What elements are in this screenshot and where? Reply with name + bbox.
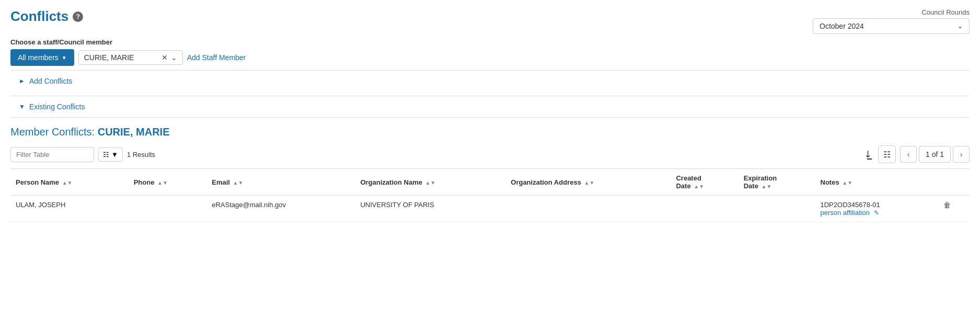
columns-button[interactable]: ☷ ▼	[98, 148, 123, 162]
header-left: Conflicts ?	[10, 8, 83, 25]
title-row: Conflicts ?	[10, 8, 83, 25]
sort-icon[interactable]: ▲▼	[584, 180, 595, 186]
conflicts-title-prefix: Member Conflicts:	[10, 126, 98, 138]
chevron-right-icon: ►	[19, 77, 25, 85]
add-conflicts-header[interactable]: ► Add Conflicts	[10, 71, 970, 92]
data-table: Person Name ▲▼ Phone ▲▼ Email ▲▼ Organiz…	[10, 168, 970, 222]
page-header: Conflicts ? Council Rounds October 2024 …	[10, 8, 970, 34]
filter-table-input[interactable]	[10, 147, 94, 162]
add-conflicts-label: Add Conflicts	[29, 77, 72, 85]
member-dropdown-icon[interactable]: ⌄	[171, 53, 177, 62]
add-staff-member-link[interactable]: Add Staff Member	[187, 53, 246, 62]
next-page-button[interactable]: ›	[953, 146, 970, 163]
cell-email: eRAStage@mail.nih.gov	[206, 196, 355, 222]
col-org-address: Organization Address ▲▼	[505, 169, 671, 196]
chevron-down-icon: ▼	[19, 103, 25, 110]
delete-icon[interactable]: 🗑	[943, 201, 951, 209]
table-row: ULAM, JOSEPH eRAStage@mail.nih.gov UNIVE…	[10, 196, 970, 222]
columns-grid-icon: ☷	[103, 151, 109, 158]
table-toolbar: ☷ ▼ 1 Results ↓̲ ☷ ‹ 1 of 1 ›	[10, 145, 970, 163]
col-email: Email ▲▼	[206, 169, 355, 196]
col-actions	[938, 169, 970, 196]
council-rounds-label: Council Rounds	[921, 8, 970, 16]
sort-icon[interactable]: ▲▼	[233, 180, 244, 186]
all-members-label: All members	[18, 53, 59, 62]
col-notes: Notes ▲▼	[815, 169, 939, 196]
council-rounds-value: October 2024	[820, 22, 864, 30]
cell-expiration-date	[739, 196, 815, 222]
sort-icon[interactable]: ▲▼	[157, 180, 168, 186]
table-header-row: Person Name ▲▼ Phone ▲▼ Email ▲▼ Organiz…	[10, 169, 970, 196]
council-rounds-dropdown[interactable]: October 2024 ⌄	[813, 18, 970, 34]
conflicts-section: Member Conflicts: CURIE, MARIE ☷ ▼ 1 Res…	[10, 118, 970, 231]
chevron-down-icon: ⌄	[958, 22, 963, 30]
page-container: Conflicts ? Council Rounds October 2024 …	[0, 0, 980, 239]
member-input-controls: ✕ ⌄	[162, 53, 177, 62]
conflicts-member-name: CURIE, MARIE	[98, 126, 170, 138]
person-affiliation-link[interactable]: person affiliation ✎	[821, 209, 933, 217]
cell-person-name: ULAM, JOSEPH	[10, 196, 129, 222]
member-chooser: Choose a staff/Council member All member…	[10, 38, 970, 66]
columns-dropdown-arrow: ▼	[111, 151, 118, 158]
cell-phone	[129, 196, 207, 222]
prev-page-button[interactable]: ‹	[900, 146, 917, 163]
existing-conflicts-header[interactable]: ▼ Existing Conflicts	[10, 96, 970, 117]
cell-org-name: UNIVERSITY OF PARIS	[355, 196, 505, 222]
col-person-name: Person Name ▲▼	[10, 169, 129, 196]
member-input-wrapper: CURIE, MARIE ✕ ⌄	[78, 50, 183, 65]
page-title: Conflicts	[10, 8, 68, 25]
cell-delete: 🗑	[938, 196, 970, 222]
dropdown-arrow-icon: ▼	[62, 55, 67, 61]
cell-created-date	[671, 196, 738, 222]
help-icon[interactable]: ?	[73, 12, 83, 22]
cell-notes: 1DP2OD345678-01 person affiliation ✎	[815, 196, 939, 222]
toolbar-right: ↓̲ ☷ ‹ 1 of 1 ›	[862, 145, 970, 163]
download-button[interactable]: ↓̲	[862, 146, 874, 162]
sort-icon[interactable]: ▲▼	[694, 184, 704, 189]
existing-conflicts-label: Existing Conflicts	[29, 103, 85, 111]
member-chooser-row: All members ▼ CURIE, MARIE ✕ ⌄ Add Staff…	[10, 49, 970, 66]
col-phone: Phone ▲▼	[129, 169, 207, 196]
member-chooser-label: Choose a staff/Council member	[10, 38, 970, 46]
all-members-button[interactable]: All members ▼	[10, 49, 74, 66]
council-rounds-section: Council Rounds October 2024 ⌄	[802, 8, 970, 34]
sort-icon[interactable]: ▲▼	[62, 180, 73, 186]
toolbar-left: ☷ ▼ 1 Results	[10, 147, 155, 162]
cell-org-address	[505, 196, 671, 222]
sort-icon[interactable]: ▲▼	[762, 184, 772, 189]
page-info: 1 of 1	[919, 146, 951, 163]
sort-icon[interactable]: ▲▼	[842, 180, 852, 186]
results-count: 1 Results	[127, 151, 155, 158]
clear-member-icon[interactable]: ✕	[162, 53, 168, 62]
conflicts-title: Member Conflicts: CURIE, MARIE	[10, 126, 970, 138]
note-id: 1DP2OD345678-01	[821, 201, 933, 209]
selected-member-value: CURIE, MARIE	[84, 53, 162, 62]
edit-icon[interactable]: ✎	[874, 209, 879, 217]
col-org-name: Organization Name ▲▼	[355, 169, 505, 196]
sort-icon[interactable]: ▲▼	[425, 180, 436, 186]
grid-view-button[interactable]: ☷	[878, 145, 896, 163]
existing-conflicts-section: ▼ Existing Conflicts	[10, 96, 970, 118]
col-expiration-date: ExpirationDate ▲▼	[739, 169, 815, 196]
add-conflicts-section: ► Add Conflicts	[10, 70, 970, 92]
col-created-date: CreatedDate ▲▼	[671, 169, 738, 196]
pagination: ‹ 1 of 1 ›	[900, 146, 970, 163]
